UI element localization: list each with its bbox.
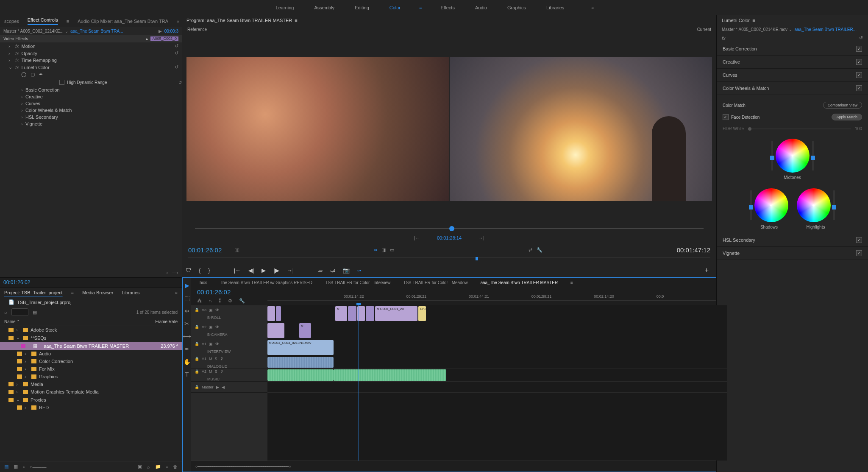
mark-in-icon[interactable]: { — [199, 267, 200, 274]
ec-collapse-icon[interactable]: ▲ — [145, 36, 149, 41]
col-frame-rate[interactable]: Frame Rate — [155, 319, 178, 324]
ec-basic-correction[interactable]: Basic Correction — [25, 87, 60, 92]
face-detection-checkbox[interactable] — [723, 114, 729, 120]
timeline-ruler[interactable]: 00:01:14:2200:01:29:2100:01:44:2100:01:5… — [267, 293, 740, 301]
clip[interactable] — [348, 306, 356, 321]
disclosure-icon[interactable]: ⌄ — [8, 64, 13, 70]
wrench-icon[interactable]: 🔧 — [239, 298, 245, 304]
track-v3[interactable]: fx fx C006_C001_20 Cru — [267, 305, 727, 322]
tab-libraries[interactable]: Libraries — [122, 290, 139, 295]
bin-adobe-stock[interactable]: ›Adobe Stock — [0, 326, 182, 334]
reset-icon[interactable]: ↺ — [178, 80, 182, 85]
find-icon[interactable]: ⌕ — [147, 464, 150, 469]
freeform-view-icon[interactable]: ▫ — [23, 464, 25, 469]
hand-tool-icon[interactable]: ✋ — [184, 358, 191, 365]
workspace-tab-libraries[interactable]: Libraries — [545, 5, 566, 10]
creative-checkbox[interactable] — [856, 59, 862, 65]
go-to-in-icon[interactable]: |← — [234, 267, 241, 274]
panel-overflow-icon[interactable]: » — [175, 290, 178, 295]
curves-checkbox[interactable] — [856, 72, 862, 78]
extract-icon[interactable]: ▭̷ — [330, 267, 335, 274]
clip[interactable]: fx — [335, 306, 347, 321]
button-editor-icon[interactable]: + — [705, 266, 709, 274]
workspace-tab-color[interactable]: Color — [388, 5, 402, 10]
razor-tool-icon[interactable]: ✂ — [184, 320, 189, 327]
tab-scopes[interactable]: scopes — [4, 19, 19, 24]
clip[interactable] — [366, 306, 374, 321]
workspace-tab-graphics[interactable]: Graphics — [506, 5, 528, 10]
sequence-trailer-master[interactable]: ▦ aaa_The Seam Btwn TRAILER MASTER23.976… — [0, 342, 182, 350]
basic-checkbox[interactable] — [856, 46, 862, 52]
next-shot-icon[interactable]: →| — [479, 235, 484, 240]
track-a1[interactable] — [267, 356, 727, 369]
ec-hsl-secondary[interactable]: HSL Secondary — [25, 115, 58, 120]
ec-video-effects-header[interactable]: Video Effects — [3, 36, 28, 41]
export-frame-icon[interactable]: 📷 — [343, 267, 350, 274]
lift-icon[interactable]: ▭̶ — [317, 267, 323, 274]
ec-scroll-icon[interactable]: ○ — [165, 270, 168, 276]
new-item-icon[interactable]: ▫ — [166, 464, 168, 469]
track-master-row[interactable] — [267, 382, 727, 393]
play-icon[interactable]: ▶ — [262, 267, 266, 274]
vignette-checkbox[interactable] — [856, 250, 862, 256]
step-fwd-icon[interactable]: |▶ — [273, 267, 279, 274]
mark-out-icon[interactable]: } — [208, 267, 210, 274]
clip[interactable] — [267, 323, 284, 338]
filter-icon[interactable]: ▤ — [33, 310, 37, 315]
bin-graphics[interactable]: ›Graphics — [0, 373, 182, 380]
bin-media[interactable]: ›Media — [0, 380, 182, 388]
zoom-slider[interactable]: ○——— — [30, 464, 47, 469]
workspace-tab-learning[interactable]: Learning — [274, 5, 296, 10]
clip[interactable] — [276, 306, 281, 321]
hdr-white-value[interactable]: 100 — [855, 126, 862, 131]
search-icon[interactable]: ⌕ — [4, 310, 7, 315]
source-timecode[interactable]: 00:01:26:02 — [0, 277, 182, 287]
disclosure-icon[interactable]: › — [8, 58, 13, 63]
tab-effect-controls[interactable]: Effect Controls — [28, 17, 58, 25]
track-select-tool-icon[interactable]: ⬚ — [184, 295, 190, 302]
snap-icon[interactable]: ⁂ — [197, 298, 202, 304]
comparison-view-button[interactable]: Comparison View — [823, 102, 862, 109]
mask-ellipse-icon[interactable]: ◯ — [21, 72, 26, 77]
list-view-icon[interactable]: ▤ — [4, 464, 8, 469]
go-to-out-icon[interactable]: →| — [287, 267, 294, 274]
audio-clip[interactable] — [334, 369, 446, 381]
highlights-wheel[interactable]: + — [797, 188, 831, 222]
disclosure-icon[interactable]: › — [21, 121, 25, 126]
effect-motion[interactable]: Motion — [22, 44, 36, 49]
prev-shot-icon[interactable]: |← — [414, 235, 420, 240]
project-search-input[interactable] — [11, 308, 28, 316]
section-curves[interactable]: Curves — [717, 69, 868, 82]
shadows-wheel[interactable]: + — [754, 188, 788, 222]
reset-icon[interactable]: ↺ — [175, 64, 178, 70]
track-a2[interactable] — [267, 369, 727, 382]
split-icon[interactable]: ◨ — [381, 247, 386, 253]
bin-mogrt[interactable]: ›Motion Graphics Template Media — [0, 388, 182, 396]
workspace-tab-audio[interactable]: Audio — [473, 5, 489, 10]
tl-tab-overflow-left[interactable]: hics — [200, 280, 207, 285]
audio-clip[interactable] — [267, 357, 334, 368]
new-bin-icon[interactable]: 📁 — [155, 464, 161, 469]
bin-color-correction[interactable]: ›Color Correction — [0, 357, 182, 365]
hdr-white-slider[interactable] — [748, 128, 851, 129]
mask-pen-icon[interactable]: ✒ — [39, 72, 43, 77]
midtones-sat-slider[interactable] — [812, 141, 814, 170]
ec-play-icon[interactable]: ▶ — [159, 29, 162, 34]
program-ruler[interactable] — [188, 257, 710, 261]
midtones-wheel[interactable]: + — [776, 139, 810, 173]
workspace-tab-effects[interactable]: Effects — [439, 5, 456, 10]
section-basic-correction[interactable]: Basic Correction — [717, 42, 868, 56]
section-hsl[interactable]: HSL Secondary — [717, 234, 868, 247]
playhead[interactable] — [359, 305, 359, 461]
apply-match-button[interactable]: Apply Match — [832, 114, 862, 120]
lumetri-master[interactable]: Master * A005_C002_0214KE.mov — [722, 27, 787, 32]
bin-for-mix[interactable]: ›For Mix — [0, 365, 182, 373]
disclosure-icon[interactable]: › — [8, 51, 13, 56]
settings-icon[interactable]: ⚙ — [228, 298, 232, 304]
slip-tool-icon[interactable]: ⟷ — [183, 333, 191, 340]
program-out-timecode[interactable]: 00:01:47:12 — [677, 246, 710, 254]
timeline-content[interactable]: fx fx C006_C001_20 Cru fx — [267, 305, 727, 461]
track-head-master[interactable]: 🔒Master▶◀ — [191, 382, 267, 393]
effect-opacity[interactable]: Opacity — [22, 51, 37, 56]
wrench-icon[interactable]: 🔧 — [537, 247, 542, 253]
